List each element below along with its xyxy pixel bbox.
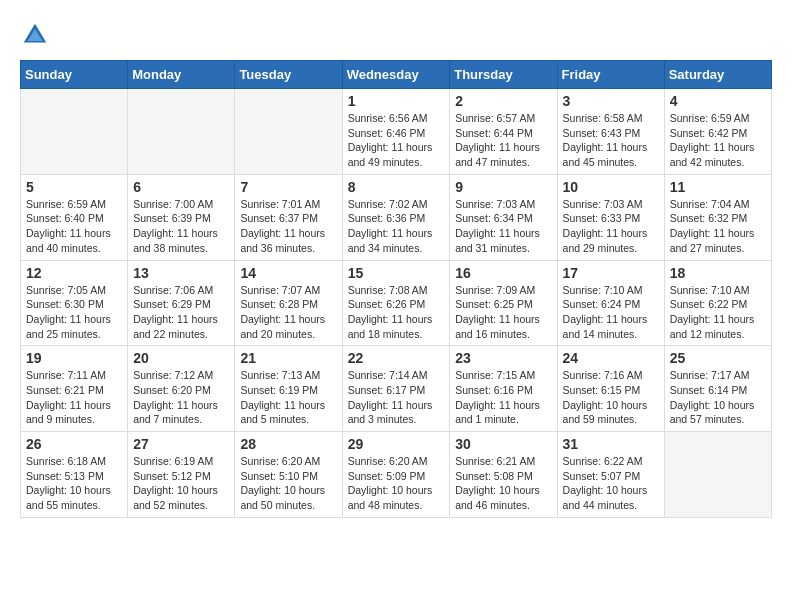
day-info: Sunrise: 7:13 AM Sunset: 6:19 PM Dayligh…: [240, 368, 336, 427]
day-number: 29: [348, 436, 445, 452]
day-info: Sunrise: 7:02 AM Sunset: 6:36 PM Dayligh…: [348, 197, 445, 256]
day-info: Sunrise: 7:01 AM Sunset: 6:37 PM Dayligh…: [240, 197, 336, 256]
day-number: 15: [348, 265, 445, 281]
day-info: Sunrise: 6:56 AM Sunset: 6:46 PM Dayligh…: [348, 111, 445, 170]
page-header: [20, 20, 772, 50]
calendar-week-3: 12Sunrise: 7:05 AM Sunset: 6:30 PM Dayli…: [21, 260, 772, 346]
calendar-cell: 23Sunrise: 7:15 AM Sunset: 6:16 PM Dayli…: [450, 346, 557, 432]
day-info: Sunrise: 6:58 AM Sunset: 6:43 PM Dayligh…: [563, 111, 659, 170]
calendar-cell: 10Sunrise: 7:03 AM Sunset: 6:33 PM Dayli…: [557, 174, 664, 260]
day-info: Sunrise: 7:06 AM Sunset: 6:29 PM Dayligh…: [133, 283, 229, 342]
day-info: Sunrise: 7:11 AM Sunset: 6:21 PM Dayligh…: [26, 368, 122, 427]
calendar-cell: 11Sunrise: 7:04 AM Sunset: 6:32 PM Dayli…: [664, 174, 771, 260]
day-number: 17: [563, 265, 659, 281]
day-number: 22: [348, 350, 445, 366]
calendar-cell: 1Sunrise: 6:56 AM Sunset: 6:46 PM Daylig…: [342, 89, 450, 175]
day-header-thursday: Thursday: [450, 61, 557, 89]
day-number: 3: [563, 93, 659, 109]
day-header-sunday: Sunday: [21, 61, 128, 89]
day-header-saturday: Saturday: [664, 61, 771, 89]
calendar-cell: 25Sunrise: 7:17 AM Sunset: 6:14 PM Dayli…: [664, 346, 771, 432]
day-info: Sunrise: 7:10 AM Sunset: 6:24 PM Dayligh…: [563, 283, 659, 342]
day-number: 12: [26, 265, 122, 281]
day-header-tuesday: Tuesday: [235, 61, 342, 89]
calendar-cell: 17Sunrise: 7:10 AM Sunset: 6:24 PM Dayli…: [557, 260, 664, 346]
day-number: 20: [133, 350, 229, 366]
calendar-cell: 7Sunrise: 7:01 AM Sunset: 6:37 PM Daylig…: [235, 174, 342, 260]
day-info: Sunrise: 6:22 AM Sunset: 5:07 PM Dayligh…: [563, 454, 659, 513]
logo: [20, 20, 56, 50]
calendar-cell: 18Sunrise: 7:10 AM Sunset: 6:22 PM Dayli…: [664, 260, 771, 346]
day-number: 5: [26, 179, 122, 195]
calendar-cell: 28Sunrise: 6:20 AM Sunset: 5:10 PM Dayli…: [235, 432, 342, 518]
calendar-cell: 5Sunrise: 6:59 AM Sunset: 6:40 PM Daylig…: [21, 174, 128, 260]
calendar-cell: 9Sunrise: 7:03 AM Sunset: 6:34 PM Daylig…: [450, 174, 557, 260]
calendar-week-4: 19Sunrise: 7:11 AM Sunset: 6:21 PM Dayli…: [21, 346, 772, 432]
calendar-cell: 27Sunrise: 6:19 AM Sunset: 5:12 PM Dayli…: [128, 432, 235, 518]
calendar-cell: 19Sunrise: 7:11 AM Sunset: 6:21 PM Dayli…: [21, 346, 128, 432]
day-number: 25: [670, 350, 766, 366]
day-info: Sunrise: 7:17 AM Sunset: 6:14 PM Dayligh…: [670, 368, 766, 427]
calendar-cell: 2Sunrise: 6:57 AM Sunset: 6:44 PM Daylig…: [450, 89, 557, 175]
calendar-cell: 13Sunrise: 7:06 AM Sunset: 6:29 PM Dayli…: [128, 260, 235, 346]
day-number: 6: [133, 179, 229, 195]
day-info: Sunrise: 7:16 AM Sunset: 6:15 PM Dayligh…: [563, 368, 659, 427]
calendar-cell: 4Sunrise: 6:59 AM Sunset: 6:42 PM Daylig…: [664, 89, 771, 175]
day-number: 18: [670, 265, 766, 281]
day-number: 14: [240, 265, 336, 281]
day-info: Sunrise: 7:10 AM Sunset: 6:22 PM Dayligh…: [670, 283, 766, 342]
day-info: Sunrise: 7:03 AM Sunset: 6:33 PM Dayligh…: [563, 197, 659, 256]
calendar-cell: [235, 89, 342, 175]
day-number: 1: [348, 93, 445, 109]
day-number: 7: [240, 179, 336, 195]
day-info: Sunrise: 6:20 AM Sunset: 5:09 PM Dayligh…: [348, 454, 445, 513]
day-number: 8: [348, 179, 445, 195]
day-info: Sunrise: 6:19 AM Sunset: 5:12 PM Dayligh…: [133, 454, 229, 513]
calendar-cell: 16Sunrise: 7:09 AM Sunset: 6:25 PM Dayli…: [450, 260, 557, 346]
day-number: 28: [240, 436, 336, 452]
day-number: 30: [455, 436, 551, 452]
calendar-cell: [21, 89, 128, 175]
calendar-cell: [128, 89, 235, 175]
day-info: Sunrise: 7:05 AM Sunset: 6:30 PM Dayligh…: [26, 283, 122, 342]
calendar-cell: 3Sunrise: 6:58 AM Sunset: 6:43 PM Daylig…: [557, 89, 664, 175]
calendar-cell: 15Sunrise: 7:08 AM Sunset: 6:26 PM Dayli…: [342, 260, 450, 346]
day-info: Sunrise: 7:12 AM Sunset: 6:20 PM Dayligh…: [133, 368, 229, 427]
calendar-cell: [664, 432, 771, 518]
calendar-cell: 29Sunrise: 6:20 AM Sunset: 5:09 PM Dayli…: [342, 432, 450, 518]
calendar-week-1: 1Sunrise: 6:56 AM Sunset: 6:46 PM Daylig…: [21, 89, 772, 175]
calendar-cell: 30Sunrise: 6:21 AM Sunset: 5:08 PM Dayli…: [450, 432, 557, 518]
day-info: Sunrise: 6:59 AM Sunset: 6:42 PM Dayligh…: [670, 111, 766, 170]
day-number: 24: [563, 350, 659, 366]
day-number: 9: [455, 179, 551, 195]
day-info: Sunrise: 7:14 AM Sunset: 6:17 PM Dayligh…: [348, 368, 445, 427]
calendar-table: SundayMondayTuesdayWednesdayThursdayFrid…: [20, 60, 772, 518]
calendar-week-5: 26Sunrise: 6:18 AM Sunset: 5:13 PM Dayli…: [21, 432, 772, 518]
logo-icon: [20, 20, 50, 50]
calendar-cell: 8Sunrise: 7:02 AM Sunset: 6:36 PM Daylig…: [342, 174, 450, 260]
day-info: Sunrise: 6:57 AM Sunset: 6:44 PM Dayligh…: [455, 111, 551, 170]
calendar-cell: 6Sunrise: 7:00 AM Sunset: 6:39 PM Daylig…: [128, 174, 235, 260]
day-info: Sunrise: 7:15 AM Sunset: 6:16 PM Dayligh…: [455, 368, 551, 427]
calendar-cell: 21Sunrise: 7:13 AM Sunset: 6:19 PM Dayli…: [235, 346, 342, 432]
calendar-cell: 26Sunrise: 6:18 AM Sunset: 5:13 PM Dayli…: [21, 432, 128, 518]
day-info: Sunrise: 6:21 AM Sunset: 5:08 PM Dayligh…: [455, 454, 551, 513]
day-info: Sunrise: 7:09 AM Sunset: 6:25 PM Dayligh…: [455, 283, 551, 342]
day-header-wednesday: Wednesday: [342, 61, 450, 89]
day-info: Sunrise: 6:18 AM Sunset: 5:13 PM Dayligh…: [26, 454, 122, 513]
day-number: 21: [240, 350, 336, 366]
day-number: 4: [670, 93, 766, 109]
calendar-cell: 20Sunrise: 7:12 AM Sunset: 6:20 PM Dayli…: [128, 346, 235, 432]
day-number: 19: [26, 350, 122, 366]
day-number: 31: [563, 436, 659, 452]
day-number: 2: [455, 93, 551, 109]
day-info: Sunrise: 7:07 AM Sunset: 6:28 PM Dayligh…: [240, 283, 336, 342]
calendar-week-2: 5Sunrise: 6:59 AM Sunset: 6:40 PM Daylig…: [21, 174, 772, 260]
day-number: 16: [455, 265, 551, 281]
day-info: Sunrise: 7:04 AM Sunset: 6:32 PM Dayligh…: [670, 197, 766, 256]
calendar-cell: 22Sunrise: 7:14 AM Sunset: 6:17 PM Dayli…: [342, 346, 450, 432]
day-info: Sunrise: 7:03 AM Sunset: 6:34 PM Dayligh…: [455, 197, 551, 256]
day-info: Sunrise: 6:59 AM Sunset: 6:40 PM Dayligh…: [26, 197, 122, 256]
calendar-cell: 31Sunrise: 6:22 AM Sunset: 5:07 PM Dayli…: [557, 432, 664, 518]
day-info: Sunrise: 6:20 AM Sunset: 5:10 PM Dayligh…: [240, 454, 336, 513]
